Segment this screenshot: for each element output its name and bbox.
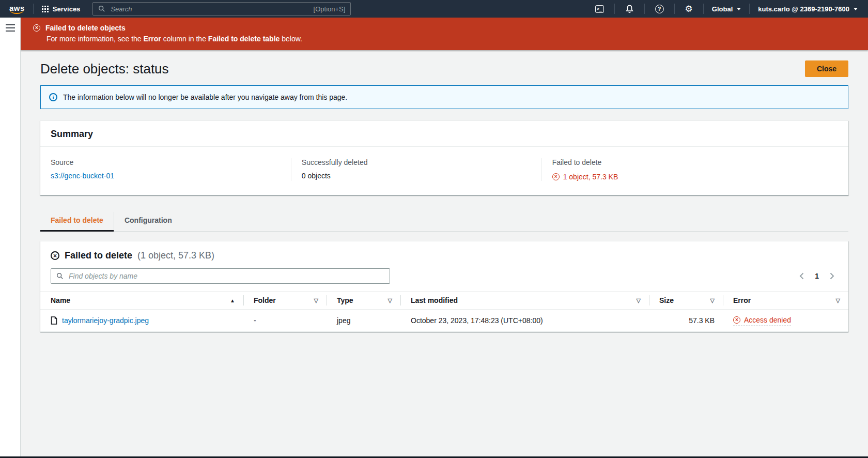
file-icon — [51, 316, 57, 325]
summary-card-header: Summary — [40, 121, 848, 147]
chevron-left-icon — [799, 272, 804, 280]
chevron-down-icon — [854, 8, 858, 10]
info-icon: i — [49, 93, 57, 101]
info-alert: i The information below will no longer b… — [40, 85, 848, 109]
find-objects-input[interactable] — [68, 271, 384, 281]
column-header-error[interactable]: Error ▽ — [723, 292, 848, 309]
last-modified-cell: October 23, 2023, 17:48:23 (UTC+08:00) — [400, 311, 649, 330]
nav-divider — [614, 4, 615, 14]
table-card-heading-detail: (1 object, 57.3 KB) — [137, 250, 214, 261]
chevron-right-icon — [829, 272, 835, 280]
summary-card: Summary Source s3://genc-bucket-01 Succe… — [40, 120, 848, 195]
error-cell-text: Access denied — [744, 316, 791, 324]
tab-failed-to-delete[interactable]: Failed to delete — [40, 212, 114, 231]
size-cell: 57.3 KB — [649, 311, 723, 330]
gear-icon: ⚙ — [685, 5, 693, 13]
top-navigation-bar: aws Services [Option+S] >_ ? ⚙ — [0, 0, 868, 18]
nav-divider — [644, 4, 645, 14]
info-alert-text: The information below will no longer be … — [63, 93, 347, 101]
help-question-icon: ? — [655, 5, 664, 13]
help-button[interactable]: ? — [650, 5, 669, 13]
failed-to-delete-label: Failed to delete — [552, 158, 838, 166]
column-header-size[interactable]: Size ▽ — [649, 292, 723, 309]
object-name-link[interactable]: taylormariejoy-gradpic.jpeg — [62, 316, 149, 325]
nav-divider — [703, 4, 704, 14]
page-title: Delete objects: status — [40, 61, 169, 77]
filter-icon[interactable]: ▽ — [637, 297, 641, 304]
filter-icon[interactable]: ▽ — [836, 297, 840, 304]
column-header-type[interactable]: Type ▽ — [327, 292, 400, 309]
search-icon — [98, 5, 105, 12]
nav-divider — [674, 4, 675, 14]
failed-to-delete-value: 1 object, 57.3 KB — [563, 173, 618, 181]
successfully-deleted-label: Successfully deleted — [302, 158, 531, 166]
services-menu[interactable]: Services — [39, 5, 84, 13]
error-circle-icon: × — [733, 316, 740, 324]
settings-button[interactable]: ⚙ — [680, 5, 698, 13]
aws-logo[interactable]: aws — [8, 4, 28, 14]
summary-source-column: Source s3://genc-bucket-01 — [40, 158, 291, 181]
region-label: Global — [712, 5, 733, 13]
tab-configuration[interactable]: Configuration — [114, 212, 182, 231]
summary-failed-column: Failed to delete × 1 object, 57.3 KB — [541, 158, 848, 181]
search-shortcut-hint: [Option+S] — [314, 5, 346, 13]
error-circle-icon: × — [552, 173, 560, 180]
nav-divider — [749, 4, 750, 14]
source-label: Source — [51, 158, 281, 166]
search-icon — [56, 272, 64, 280]
cloudshell-terminal-icon: >_ — [595, 5, 604, 13]
table-header-row: Name ▲ Folder ▽ Type ▽ Last modified ▽ — [40, 291, 848, 310]
hamburger-menu-icon[interactable] — [6, 24, 15, 32]
tab-bar: Failed to delete Configuration — [40, 212, 848, 232]
banner-title: Failed to delete objects — [45, 24, 126, 32]
previous-page-button[interactable] — [799, 272, 804, 280]
failed-to-delete-card: × Failed to delete (1 object, 57.3 KB) — [40, 241, 848, 332]
bell-icon — [625, 5, 634, 13]
search-input[interactable] — [110, 5, 309, 13]
folder-cell: - — [243, 311, 327, 330]
source-bucket-link[interactable]: s3://genc-bucket-01 — [51, 172, 114, 180]
type-cell: jpeg — [327, 311, 400, 330]
region-selector[interactable]: Global — [709, 5, 744, 13]
summary-heading: Summary — [51, 129, 838, 140]
close-button[interactable]: Close — [805, 60, 848, 77]
page-number[interactable]: 1 — [815, 272, 819, 280]
summary-success-column: Successfully deleted 0 objects — [291, 158, 541, 181]
error-circle-icon: × — [51, 251, 59, 260]
column-header-name[interactable]: Name ▲ — [40, 292, 243, 309]
account-label: kuts.carlo @ 2369-2190-7600 — [758, 5, 849, 13]
cloudshell-button[interactable]: >_ — [590, 5, 609, 13]
access-denied-error-link[interactable]: × Access denied — [733, 316, 791, 326]
pagination: 1 — [799, 272, 838, 280]
table-row: taylormariejoy-gradpic.jpeg - jpeg Octob… — [40, 310, 848, 332]
table-card-heading: Failed to delete — [65, 250, 132, 261]
global-search[interactable]: [Option+S] — [92, 2, 351, 16]
services-grid-icon — [42, 6, 49, 12]
chevron-down-icon — [737, 8, 741, 10]
services-label: Services — [53, 5, 81, 13]
account-menu[interactable]: kuts.carlo @ 2369-2190-7600 — [755, 5, 861, 13]
sort-ascending-icon[interactable]: ▲ — [230, 298, 235, 303]
column-header-folder[interactable]: Folder ▽ — [243, 292, 327, 309]
error-flashbar: × Failed to delete objects For more info… — [21, 18, 868, 50]
banner-message: For more information, see the Error colu… — [47, 35, 856, 43]
left-sidebar-rail — [0, 18, 21, 458]
next-page-button[interactable] — [829, 272, 835, 280]
successfully-deleted-value: 0 objects — [302, 172, 531, 180]
filter-icon[interactable]: ▽ — [710, 297, 715, 304]
filter-icon[interactable]: ▽ — [314, 297, 318, 304]
nav-divider — [33, 4, 34, 14]
column-header-last-modified[interactable]: Last modified ▽ — [400, 292, 649, 309]
find-objects-search[interactable] — [51, 268, 390, 284]
filter-icon[interactable]: ▽ — [388, 297, 392, 304]
notifications-button[interactable] — [620, 5, 639, 13]
error-circle-icon: × — [33, 24, 40, 32]
